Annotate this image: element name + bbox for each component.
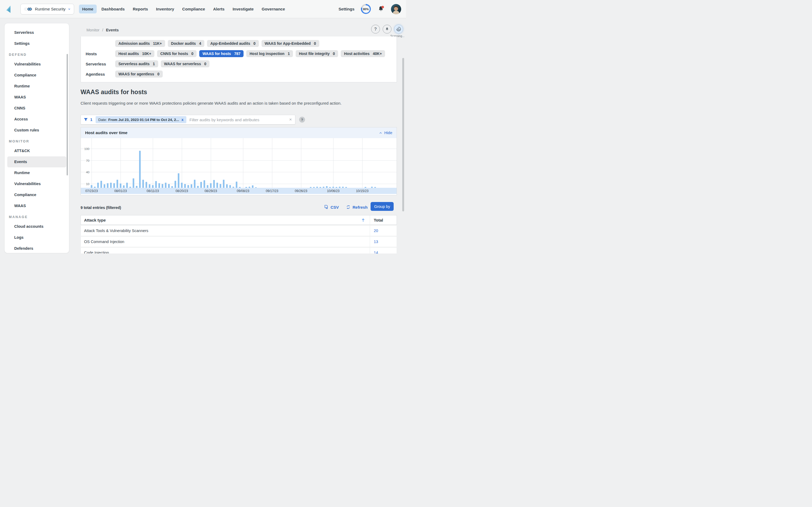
chart-bar[interactable] xyxy=(136,186,138,188)
sidebar-item-runtime[interactable]: Runtime xyxy=(7,81,66,92)
page-bell-icon[interactable] xyxy=(383,25,392,34)
nav-inventory[interactable]: Inventory xyxy=(153,5,177,13)
chart-bar[interactable] xyxy=(152,185,154,188)
sidebar-item-att-ck[interactable]: ATT&CK xyxy=(7,146,66,156)
clear-filter-icon[interactable]: × xyxy=(289,117,292,122)
sidebar-item-compliance[interactable]: Compliance xyxy=(7,70,66,81)
chart-bar[interactable] xyxy=(345,187,347,188)
chart-bar[interactable] xyxy=(204,180,205,188)
chart-bar[interactable] xyxy=(139,151,141,188)
chart-bar[interactable] xyxy=(220,184,221,188)
chart-bar[interactable] xyxy=(120,183,121,188)
sidebar-item-logs[interactable]: Logs xyxy=(7,232,66,243)
table-row[interactable]: Attack Tools & Vulnerability Scanners20 xyxy=(81,226,397,236)
audit-chip-waas-for-hosts[interactable]: WAAS for hosts787 xyxy=(199,50,244,57)
chart-bar[interactable] xyxy=(113,183,115,188)
chart-bar[interactable] xyxy=(245,187,247,188)
nav-alerts[interactable]: Alerts xyxy=(210,5,228,13)
usage-ring[interactable]: 80% xyxy=(361,4,371,14)
audit-chip-waas-for-agentless[interactable]: WAAS for agentless0 xyxy=(115,70,163,77)
chart-bar[interactable] xyxy=(104,184,105,188)
group-by-button[interactable]: Group by xyxy=(370,202,394,211)
nav-compliance[interactable]: Compliance xyxy=(179,5,208,13)
chart-bar[interactable] xyxy=(123,185,124,188)
sidebar-item-cloud-accounts[interactable]: Cloud accounts xyxy=(7,221,66,232)
chart-bar[interactable] xyxy=(181,183,183,188)
sidebar-item-vulnerabilities[interactable]: Vulnerabilities xyxy=(7,59,66,70)
audit-chip-serverless-audits[interactable]: Serverless audits1 xyxy=(115,60,158,67)
sidebar-item-waas[interactable]: WAAS xyxy=(7,201,66,211)
product-switcher[interactable]: Runtime Security xyxy=(20,4,74,14)
chart-bar[interactable] xyxy=(158,183,160,188)
sort-ascending-icon[interactable] xyxy=(361,218,365,222)
date-chip-remove-icon[interactable]: x xyxy=(182,117,184,122)
chart-bar[interactable] xyxy=(365,187,366,188)
audit-chip-waas-for-serverless[interactable]: WAAS for serverless0 xyxy=(161,60,210,67)
chart-bar[interactable] xyxy=(255,187,257,188)
chart-bar[interactable] xyxy=(97,183,99,188)
chart-bar[interactable] xyxy=(319,187,321,188)
chart-bar[interactable] xyxy=(91,185,92,188)
chart-bar[interactable] xyxy=(233,187,234,188)
audit-chip-cnns-for-hosts[interactable]: CNNS for hosts0 xyxy=(157,50,197,57)
sidebar-item-access[interactable]: Access xyxy=(7,114,66,125)
chart-bar[interactable] xyxy=(110,183,112,188)
chart-bar[interactable] xyxy=(149,184,150,188)
chart-bar[interactable] xyxy=(323,187,324,188)
help-icon[interactable]: ? xyxy=(371,25,380,34)
breadcrumb-parent[interactable]: Monitor xyxy=(87,28,99,32)
chart-bar[interactable] xyxy=(107,183,108,188)
page-scrollbar[interactable] xyxy=(402,58,404,211)
chart-bar[interactable] xyxy=(146,182,147,188)
sidebar-item-events[interactable]: Events xyxy=(7,156,66,167)
total-link[interactable]: 20 xyxy=(374,229,378,233)
chart-bar[interactable] xyxy=(116,180,118,188)
chart-bar[interactable] xyxy=(197,186,199,188)
chart-bar[interactable] xyxy=(168,184,170,188)
chart-bar[interactable] xyxy=(374,187,376,188)
chart-bar[interactable] xyxy=(191,184,192,188)
chart-bar[interactable] xyxy=(210,183,212,188)
chart-bar[interactable] xyxy=(200,182,202,188)
sidebar-item-vulnerabilities[interactable]: Vulnerabilities xyxy=(7,178,66,189)
filter-funnel-icon[interactable] xyxy=(84,117,88,122)
chart-bar[interactable] xyxy=(310,187,311,188)
refresh-button[interactable]: Refresh xyxy=(346,205,368,210)
filter-help-icon[interactable]: ? xyxy=(299,117,305,123)
sidebar-item-runtime[interactable]: Runtime xyxy=(7,167,66,178)
chart-bar[interactable] xyxy=(126,183,128,188)
chart-bar[interactable] xyxy=(223,180,224,188)
audit-chip-host-activities[interactable]: Host activities40K+ xyxy=(341,50,385,57)
chart-bar[interactable] xyxy=(94,187,96,188)
user-avatar[interactable] xyxy=(391,4,401,14)
chart-bar[interactable] xyxy=(188,185,189,188)
nav-home[interactable]: Home xyxy=(79,5,97,13)
audit-chip-docker-audits[interactable]: Docker audits4 xyxy=(168,40,204,47)
total-link[interactable]: 14 xyxy=(374,250,378,253)
chart-bar[interactable] xyxy=(171,186,173,188)
sidebar-item-settings[interactable]: Settings xyxy=(7,38,66,49)
chart-bar[interactable] xyxy=(165,183,166,188)
chart-bar[interactable] xyxy=(142,180,144,188)
chart-bar[interactable] xyxy=(342,187,344,188)
notifications-bell-icon[interactable] xyxy=(377,5,385,13)
audit-chip-app-embedded-audits[interactable]: App-Embedded audits0 xyxy=(207,40,259,47)
scanning-status-icon[interactable] xyxy=(394,25,403,34)
hide-chart-control[interactable]: Hide xyxy=(379,131,392,135)
chart-bar[interactable] xyxy=(184,184,186,188)
sidebar-item-custom-rules[interactable]: Custom rules xyxy=(7,125,66,136)
sidebar-item-serverless[interactable]: Serverless xyxy=(7,27,66,38)
chart-bar[interactable] xyxy=(336,187,337,188)
chart-bar[interactable] xyxy=(130,187,131,188)
settings-link[interactable]: Settings xyxy=(339,7,354,11)
chart-bar[interactable] xyxy=(313,187,315,188)
chart-bar[interactable] xyxy=(239,187,241,188)
nav-reports[interactable]: Reports xyxy=(130,5,151,13)
chart-bar[interactable] xyxy=(252,185,253,188)
chart-bar[interactable] xyxy=(213,180,215,188)
nav-dashboards[interactable]: Dashboards xyxy=(98,5,128,13)
chart-bar[interactable] xyxy=(207,185,208,188)
audit-chip-host-log-inspection[interactable]: Host log inspection1 xyxy=(246,50,293,57)
chart-bar[interactable] xyxy=(339,187,341,188)
sidebar-item-cnns[interactable]: CNNS xyxy=(7,103,66,114)
